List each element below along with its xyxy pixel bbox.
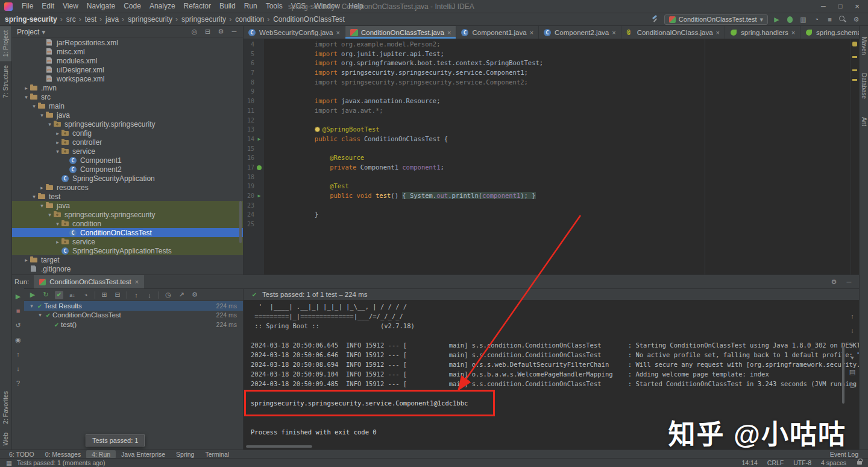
chevron-down-icon[interactable] bbox=[42, 28, 45, 36]
sort-alpha-icon[interactable] bbox=[68, 291, 77, 299]
project-tree-item[interactable]: java bbox=[12, 201, 243, 210]
project-tree-item[interactable]: condition bbox=[12, 219, 243, 228]
scroll-up-icon[interactable] bbox=[14, 350, 22, 358]
editor-tab[interactable]: Component1.java bbox=[456, 26, 539, 39]
menu-item[interactable]: Navigate bbox=[83, 0, 119, 13]
breadcrumb-item[interactable]: springsecurity bbox=[172, 15, 226, 24]
breadcrumb-item[interactable]: test bbox=[76, 15, 96, 24]
status-widget[interactable]: UTF-8 bbox=[793, 459, 811, 466]
editor-tab[interactable]: ConditionalOnClass.java bbox=[621, 26, 725, 39]
test-tree-item[interactable]: Test Results 224 ms bbox=[24, 301, 243, 311]
tool-window-button[interactable]: Web bbox=[0, 428, 11, 450]
project-tree-item[interactable]: misc.xml bbox=[12, 47, 243, 56]
close-icon[interactable] bbox=[530, 29, 533, 36]
tool-window-button[interactable]: Ant bbox=[860, 113, 868, 130]
minimize-icon[interactable] bbox=[815, 0, 832, 13]
clear-icon[interactable] bbox=[848, 381, 857, 390]
status-widget[interactable]: 14:14 bbox=[742, 459, 758, 466]
project-tree-item[interactable]: ConditionOnClassTest bbox=[12, 228, 243, 237]
menu-item[interactable]: Run bbox=[240, 0, 262, 13]
tree-arrow-icon[interactable] bbox=[54, 148, 61, 154]
editor-tab[interactable]: spring.schemas bbox=[800, 26, 859, 39]
editor-tab[interactable]: ConditionOnClassTest.java bbox=[345, 26, 457, 39]
warning-stripe-mark[interactable] bbox=[852, 56, 857, 58]
close-icon[interactable] bbox=[716, 29, 720, 36]
tool-windows-grid-icon[interactable] bbox=[6, 459, 17, 466]
tree-arrow-icon[interactable] bbox=[46, 212, 54, 218]
tree-arrow-icon[interactable] bbox=[22, 85, 30, 91]
code-editor[interactable]: 4 import org.example.model.Person2; 5 im… bbox=[244, 39, 851, 275]
test-tree-item[interactable]: test() 224 ms bbox=[24, 320, 243, 329]
project-panel-title[interactable]: Project bbox=[17, 28, 39, 36]
tree-arrow-icon[interactable] bbox=[30, 103, 38, 109]
help-icon[interactable] bbox=[14, 379, 22, 387]
tool-window-button[interactable]: 0: Messages bbox=[40, 450, 87, 459]
tree-arrow-icon[interactable] bbox=[38, 203, 46, 209]
error-stripe[interactable] bbox=[851, 39, 859, 275]
maximize-icon[interactable] bbox=[832, 0, 849, 13]
settings-icon[interactable] bbox=[852, 15, 861, 24]
tree-arrow-icon[interactable] bbox=[46, 121, 54, 127]
tree-arrow-icon[interactable] bbox=[38, 185, 46, 191]
rerun-failed-icon[interactable] bbox=[42, 291, 50, 299]
status-message[interactable]: Tests passed: 1 (moments ago) bbox=[17, 459, 105, 466]
soft-wrap-icon[interactable] bbox=[848, 340, 857, 348]
stop-icon[interactable] bbox=[825, 15, 834, 24]
menu-item[interactable]: Analyze bbox=[145, 0, 180, 13]
tree-arrow-icon[interactable] bbox=[28, 303, 36, 309]
tree-arrow-icon[interactable] bbox=[36, 312, 44, 318]
toggle-passed-icon[interactable] bbox=[55, 291, 63, 299]
project-tree-item[interactable]: SpringSecurityApplicationTests bbox=[12, 246, 243, 255]
breadcrumb-item[interactable]: spring-security bbox=[5, 15, 57, 24]
toolbar-separator[interactable] bbox=[159, 291, 159, 299]
project-tree-item[interactable]: target bbox=[12, 255, 243, 264]
project-tree-item[interactable]: .gitignore bbox=[12, 264, 243, 273]
warning-stripe-mark[interactable] bbox=[852, 69, 857, 71]
breadcrumb-item[interactable]: src bbox=[57, 15, 76, 24]
close-icon[interactable] bbox=[336, 29, 340, 36]
sort-duration-icon[interactable] bbox=[81, 291, 90, 299]
print-icon[interactable] bbox=[848, 367, 857, 376]
warning-stripe-mark[interactable] bbox=[852, 79, 857, 81]
menu-item[interactable]: View bbox=[58, 0, 83, 13]
editor-tab[interactable]: Component2.java bbox=[539, 26, 621, 39]
project-tree-item[interactable]: service bbox=[12, 147, 243, 156]
project-tree-item[interactable]: uiDesigner.xml bbox=[12, 65, 243, 74]
tree-arrow-icon[interactable] bbox=[30, 194, 38, 200]
close-icon[interactable] bbox=[849, 0, 866, 13]
locate-icon[interactable] bbox=[190, 28, 198, 36]
scroll-down-icon[interactable] bbox=[14, 364, 22, 373]
collapse-all-icon[interactable] bbox=[113, 291, 122, 299]
tree-arrow-icon[interactable] bbox=[22, 94, 30, 100]
bean-gutter-icon[interactable] bbox=[254, 165, 264, 170]
console-vscrollbar[interactable] bbox=[842, 346, 844, 404]
project-tree-item[interactable]: jarRepositories.xml bbox=[12, 38, 243, 47]
export-test-icon[interactable] bbox=[177, 291, 186, 299]
project-tree-item[interactable]: workspace.xml bbox=[12, 74, 243, 83]
project-tree-item[interactable]: config bbox=[12, 129, 243, 138]
tree-arrow-icon[interactable] bbox=[54, 239, 61, 245]
editor-tab[interactable]: spring.handlers bbox=[725, 26, 800, 39]
tree-arrow-icon[interactable] bbox=[54, 221, 61, 227]
tool-window-button[interactable]: 7: Structure bbox=[0, 61, 11, 102]
hide-panel-icon[interactable] bbox=[230, 28, 238, 36]
settings-icon[interactable] bbox=[217, 28, 225, 36]
settings-icon[interactable] bbox=[830, 278, 838, 286]
profiler-icon[interactable] bbox=[812, 15, 821, 24]
project-tree-item[interactable]: .mvn bbox=[12, 83, 243, 92]
project-tree-item[interactable]: Component1 bbox=[12, 156, 243, 165]
project-tree-item[interactable]: test bbox=[12, 192, 243, 201]
tool-window-button[interactable]: 1: Project bbox=[0, 26, 11, 61]
tree-arrow-icon[interactable] bbox=[22, 257, 30, 263]
status-widget[interactable]: 4 spaces bbox=[821, 459, 846, 466]
run-gutter-icon[interactable] bbox=[254, 135, 264, 144]
toolbar-separator[interactable] bbox=[95, 291, 95, 299]
run-gutter-icon[interactable] bbox=[254, 191, 264, 201]
hide-panel-icon[interactable] bbox=[845, 278, 853, 286]
project-tree-item[interactable]: springsecurity.springsecurity bbox=[12, 119, 243, 129]
test-tree-item[interactable]: ConditionOnClassTest 224 ms bbox=[24, 311, 243, 320]
rerun-icon[interactable] bbox=[14, 292, 22, 300]
breadcrumb-item[interactable]: condition bbox=[226, 15, 264, 24]
menu-item[interactable]: Build bbox=[215, 0, 240, 13]
project-tree-item[interactable]: springsecurity.springsecurity bbox=[12, 210, 243, 219]
